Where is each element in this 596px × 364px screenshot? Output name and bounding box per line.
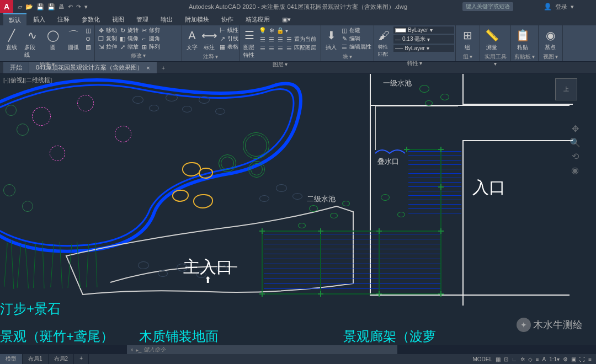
status-polar-icon[interactable]: ✲: [520, 356, 525, 362]
qat-undo-icon[interactable]: ↶: [68, 3, 73, 10]
match-button[interactable]: 🖌特性匹配: [376, 26, 392, 59]
status-ortho-icon[interactable]: ∟: [512, 356, 517, 362]
status-iso-icon[interactable]: ▣: [571, 356, 576, 362]
ribbon-tabs: 默认 插入 注释 参数化 视图 管理 输出 附加模块 协作 精选应用 ▣▾: [0, 13, 596, 25]
nav-pan-icon[interactable]: ✥: [572, 124, 579, 134]
insert-button[interactable]: ⬇插入: [323, 26, 339, 52]
scale-button[interactable]: ⤢缩放: [119, 43, 139, 51]
help-icon[interactable]: ▾: [571, 3, 574, 10]
layout-model[interactable]: 模型: [0, 354, 23, 364]
panel-block-label[interactable]: 块 ▾: [323, 52, 371, 61]
tab-default[interactable]: 默认: [3, 13, 26, 26]
panel-annot-label[interactable]: 注释 ▾: [184, 52, 237, 61]
color-selector[interactable]: ByLayer▾: [393, 26, 454, 34]
layer-selector[interactable]: 💡❄🔒▾: [259, 26, 318, 34]
group-button[interactable]: ⊞组: [458, 26, 477, 52]
lineweight-selector[interactable]: —0.13 毫米▾: [393, 35, 454, 44]
qat-plot-icon[interactable]: 🖶: [58, 3, 65, 10]
tab-addins[interactable]: 附加模块: [179, 14, 215, 25]
tab-annotate[interactable]: 注释: [52, 14, 75, 25]
dim-button[interactable]: ⟷标注: [201, 26, 217, 52]
status-scale-icon[interactable]: 1:1▾: [549, 356, 560, 362]
copy-button[interactable]: ❐复制: [97, 35, 117, 42]
block-create[interactable]: ◫创建: [340, 26, 371, 34]
qat-save-icon[interactable]: 💾: [36, 3, 44, 10]
measure-button[interactable]: 📏测量: [482, 26, 501, 52]
app-logo[interactable]: A: [0, 0, 13, 13]
command-line[interactable]: × ▸_ 键入命令: [127, 345, 397, 354]
stretch-button[interactable]: ⇲拉伸: [97, 43, 117, 51]
layerprops-button[interactable]: ☰图层特性: [242, 26, 257, 60]
tab-view[interactable]: 视图: [107, 14, 130, 25]
viewcube[interactable]: 上: [555, 78, 585, 108]
tab-output[interactable]: 输出: [155, 14, 178, 25]
panel-view-label[interactable]: 视图 ▾: [541, 52, 560, 61]
panel-util-label[interactable]: 实用工具 ▾: [482, 52, 508, 67]
polyline-button[interactable]: ∿多段线: [23, 26, 42, 60]
mirror-button[interactable]: ◧镜像: [119, 35, 139, 42]
status-anno-icon[interactable]: A: [542, 356, 546, 362]
circle-button[interactable]: ◯圆: [44, 26, 62, 52]
tab-manage[interactable]: 管理: [131, 14, 154, 25]
status-model-icon[interactable]: MODEL: [472, 356, 492, 362]
line-button[interactable]: ╱直线: [2, 26, 21, 52]
text-button[interactable]: A文字: [184, 26, 200, 52]
panel-clip-label[interactable]: 剪贴板 ▾: [513, 52, 536, 61]
panel-group-label[interactable]: 组 ▾: [458, 52, 477, 61]
search-box[interactable]: 键入关键字或短语: [462, 2, 513, 11]
panel-draw-label[interactable]: 绘图 ▾: [2, 60, 92, 69]
nav-zoom-icon[interactable]: 🔍: [570, 137, 581, 148]
tab-parametric[interactable]: 参数化: [76, 14, 105, 25]
layout-1[interactable]: 布局1: [23, 354, 49, 364]
qat-new-icon[interactable]: ▱: [18, 3, 22, 10]
move-button[interactable]: ✥移动: [97, 26, 117, 34]
nav-orbit-icon[interactable]: ⟲: [572, 151, 579, 162]
panel-modify-label[interactable]: 修改 ▾: [97, 51, 179, 60]
status-custom-icon[interactable]: ≡: [588, 356, 592, 362]
status-grid-icon[interactable]: ▦: [496, 356, 501, 362]
layout-2[interactable]: 布局2: [49, 354, 74, 364]
linetype-selector[interactable]: ──ByLayer▾: [393, 45, 454, 52]
array-button[interactable]: ⊞阵列: [140, 43, 160, 51]
fillet-button[interactable]: ⌐圆角: [140, 35, 160, 42]
linear-button[interactable]: ⊢线性: [219, 26, 238, 34]
table-button[interactable]: ▦表格: [219, 43, 238, 51]
panel-layers-label[interactable]: 图层 ▾: [242, 60, 318, 69]
tab-featured[interactable]: 精选应用: [240, 14, 275, 25]
rotate-button[interactable]: ↻旋转: [119, 26, 139, 34]
circle-icon: ◯: [45, 28, 61, 43]
add-tab-icon[interactable]: +: [157, 63, 169, 73]
draw-more3[interactable]: ▨: [84, 43, 92, 51]
close-tab-icon[interactable]: ×: [146, 65, 150, 71]
trim-button[interactable]: ✂修剪: [140, 26, 160, 34]
tab-more-icon[interactable]: ▣▾: [276, 14, 296, 25]
panel-props-label[interactable]: 特性 ▾: [376, 59, 453, 68]
tab-insert[interactable]: 插入: [28, 14, 51, 25]
qat-dropdown-icon[interactable]: ▾: [84, 3, 88, 10]
draw-more1[interactable]: ◫: [84, 26, 92, 34]
block-edit[interactable]: ✎编辑: [340, 35, 371, 42]
layout-add[interactable]: +: [74, 354, 89, 364]
leader-button[interactable]: ↗引线: [219, 35, 238, 42]
draw-more2[interactable]: ⊙: [84, 35, 92, 42]
qat-open-icon[interactable]: 📂: [25, 3, 33, 10]
base-button[interactable]: ◉基点: [541, 26, 560, 52]
layer-match[interactable]: ☰☰☰☰匹配图层: [259, 44, 318, 52]
status-gear-icon[interactable]: ⚙: [563, 356, 568, 362]
drawing-canvas[interactable]: [-][俯视][二维线框]: [0, 74, 596, 345]
status-lwt-icon[interactable]: ≡: [536, 356, 539, 362]
tab-collab[interactable]: 协作: [216, 14, 239, 25]
qat-saveas-icon[interactable]: 💾: [47, 3, 55, 10]
block-editattr[interactable]: ☰编辑属性: [340, 43, 371, 51]
status-clean-icon[interactable]: ⛶: [579, 356, 585, 362]
arc-button[interactable]: ⌒圆弧: [64, 26, 83, 52]
user-icon[interactable]: 👤: [544, 3, 552, 10]
nav-wheel-icon[interactable]: ◉: [571, 165, 579, 175]
login-link[interactable]: 登录: [555, 3, 567, 11]
status-osnap-icon[interactable]: ◇: [528, 356, 533, 362]
layer-tools[interactable]: ☰☰☰☰置为当前: [259, 35, 318, 43]
qat-redo-icon[interactable]: ↷: [76, 3, 81, 10]
cmd-close-icon[interactable]: ×: [130, 347, 134, 353]
paste-button[interactable]: 📋粘贴: [513, 26, 532, 52]
status-snap-icon[interactable]: ⊡: [504, 356, 508, 362]
